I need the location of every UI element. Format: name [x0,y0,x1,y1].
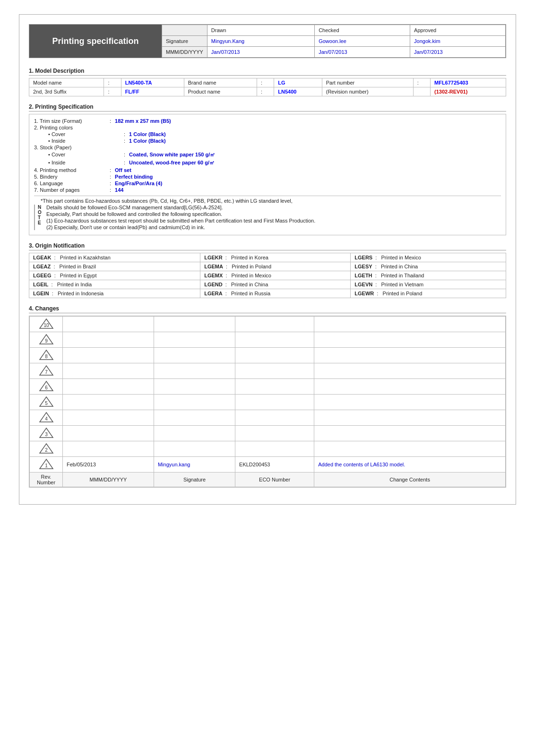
contents-cell [314,363,506,379]
svg-text:7: 7 [45,369,48,375]
revision-colon [413,87,430,96]
contents-cell [314,426,506,441]
svg-text:6: 6 [45,385,48,390]
footer-eco: ECO Number [235,472,314,487]
changes-row: 1 Feb/05/2013Mingyun.kangEKLD200453Added… [30,457,506,472]
contents-cell [314,317,506,332]
spec-item-2-cover: • Cover : 1 Color (Black) [34,131,501,137]
origin-lgeeg: LGEEG : Printed in Egypt [29,271,200,280]
model-table: Model name : LN5400-TA Brand name : LG P… [29,78,506,96]
rev-cell: 1 [30,457,63,472]
changes-row: 4 [30,410,506,426]
changes-row: 9 [30,332,506,348]
signature-cell: Mingyun.kang [154,457,235,472]
section-model-description: 1. Model Description Model name : LN5400… [29,68,506,96]
revision-value: (1302-REV01) [431,87,506,96]
origin-row-4: LGEIN : Printed in Indonesia LGERA : Pri… [29,289,506,298]
origin-row-1: LGEAZ : Printed in Brazil LGEMA : Printe… [29,262,506,271]
eco-cell [235,363,314,379]
svg-text:9: 9 [45,338,48,344]
signature-cell [154,348,235,363]
svg-text:2: 2 [45,447,48,453]
signature-cell [154,426,235,441]
header-empty-cell [162,25,207,36]
note-1: Details should be followed Eco-SCM manag… [46,205,315,210]
origin-row-2: LGEEG : Printed in Egypt LGEMX : Printed… [29,271,506,280]
section-printing-spec: 2. Printing Specification 1. Trim size (… [29,103,506,235]
contents-cell: Added the contents of LA6130 model. [314,457,506,472]
signature-cell [154,317,235,332]
rev-cell: 3 [30,426,63,441]
section3-title: 3. Origin Notification [29,242,506,250]
svg-text:4: 4 [45,416,48,421]
spec-item-3-inside: • Inside : Uncoated, wood-free paper 60 … [34,159,501,166]
header-signature-label: Signature [162,36,207,47]
product-name-colon: : [257,87,274,96]
origin-lgers: LGERS : Printed in Mexico [351,253,506,262]
contents-cell [314,410,506,426]
origin-table: LGEAK : Printed in Kazakhstan LGEKR : Pr… [29,253,506,298]
page: Printing specification Drawn Checked App… [19,14,516,505]
part-number-label: Part number [322,78,413,87]
document-header: Printing specification Drawn Checked App… [29,24,506,58]
spec-item-2-inside: • Inside : 1 Color (Black) [34,138,501,144]
rev-cell: 4 [30,410,63,426]
origin-lgema: LGEMA : Printed in Poland [200,262,351,271]
header-approved-label: Approved [410,25,506,36]
footer-sig: Signature [154,472,235,487]
model-name-colon: : [104,78,121,87]
origin-lgevn: LGEVN : Printed in Vietnam [351,280,506,289]
model-name-label: Model name [29,78,104,87]
contents-cell [314,395,506,410]
changes-footer: Rev. Number MMM/DD/YYYY Signature ECO Nu… [30,472,506,487]
spec-item-1: 1. Trim size (Format) : 182 mm x 257 mm … [34,118,501,124]
note-5: (2) Especially, Don't use or contain lea… [46,224,315,230]
signature-cell [154,332,235,348]
header-checked-label: Checked [315,25,410,36]
date-cell [63,410,154,426]
note-0: *This part contains Eco-hazardous substa… [34,198,501,204]
changes-row: 5 [30,395,506,410]
svg-text:5: 5 [45,401,48,406]
changes-row: 3 [30,426,506,441]
note-4: (1) Eco-hazardous substances test report… [46,218,315,223]
changes-row: 8 [30,348,506,363]
svg-text:10: 10 [43,323,49,328]
spec-item-6: 6. Language : Eng/Fra/Por/Ara (4) [34,180,501,186]
rev-cell: 7 [30,363,63,379]
contents-cell [314,348,506,363]
rev-cell: 9 [30,332,63,348]
date-cell [63,332,154,348]
header-drawn-label: Drawn [207,25,314,36]
section4-title: 4. Changes [29,305,506,313]
eco-cell [235,410,314,426]
footer-contents: Change Contents [314,472,506,487]
origin-lgein: LGEIN : Printed in Indonesia [29,289,200,298]
origin-row-3: LGEIL : Printed in India LGEND : Printed… [29,280,506,289]
date-cell [63,379,154,395]
signature-cell [154,363,235,379]
section-origin: 3. Origin Notification LGEAK : Printed i… [29,242,506,298]
header-approved-signature: Jongok.kim [410,36,506,47]
date-cell [63,426,154,441]
part-number-colon: : [413,78,430,87]
header-checked-date: Jan/07/2013 [315,47,410,58]
suffix-value: FL/FF [121,87,184,96]
rev-cell: 5 [30,395,63,410]
footer-rev: Rev. Number [30,472,63,487]
header-approved-date: Jan/07/2013 [410,47,506,58]
origin-lgeil: LGEIL : Printed in India [29,280,200,289]
contents-cell [314,379,506,395]
brand-name-value: LG [274,78,322,87]
origin-lgewr: LGEWR : Printed in Poland [351,289,506,298]
date-cell [63,395,154,410]
changes-box: 10 9 8 7 6 5 4 3 2 1 Feb/05/2013Mingyun.… [29,316,506,488]
signature-cell [154,410,235,426]
revision-label: (Revision number) [322,87,413,96]
header-checked-signature: Gowoon.lee [315,36,410,47]
spec-item-3-cover: • Cover : Coated, Snow white paper 150 g… [34,151,501,158]
brand-name-label: Brand name [184,78,257,87]
header-drawn-signature: Mingyun.Kang [207,36,314,47]
rev-cell: 2 [30,441,63,457]
date-cell [63,348,154,363]
